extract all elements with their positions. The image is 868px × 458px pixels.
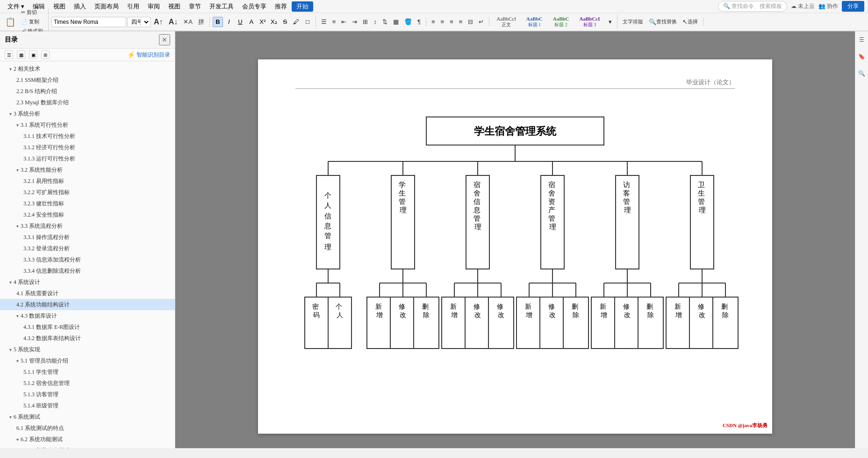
strikethrough-btn[interactable]: S bbox=[280, 17, 290, 27]
menu-start[interactable]: 开始 bbox=[292, 1, 313, 12]
toc-item[interactable]: 4.1 系统需要设计 bbox=[0, 288, 175, 299]
toc-view-4[interactable]: ⊞ bbox=[41, 51, 50, 59]
toc-item[interactable]: 3.1.1 技术可行性分析 bbox=[0, 131, 175, 142]
para-settings[interactable]: ¶ bbox=[415, 17, 423, 26]
menu-vip[interactable]: 会员专享 bbox=[238, 1, 270, 12]
font-size-increase[interactable]: A↑ bbox=[151, 17, 165, 27]
phonetic-guide[interactable]: 拼 bbox=[196, 17, 207, 27]
right-icon-search[interactable]: 🔍 bbox=[857, 69, 867, 78]
align-center[interactable]: ≡ bbox=[438, 17, 447, 26]
toc-item[interactable]: 4.3.1 数据库 E-R图设计 bbox=[0, 321, 175, 333]
font-size-selector[interactable]: 四号 三号 小四 bbox=[127, 17, 151, 27]
toc-item[interactable]: 6.2.1 登录功能测试 bbox=[0, 445, 175, 448]
toc-item[interactable]: ▾5.1 管理员功能介绍 bbox=[0, 355, 175, 366]
fill-color[interactable]: 🪣 bbox=[402, 17, 414, 26]
text-layout-btn[interactable]: 文字排版 bbox=[620, 17, 646, 26]
indent-first[interactable]: ↵ bbox=[476, 17, 486, 26]
toc-item[interactable]: 6.1 系统测试的特点 bbox=[0, 422, 175, 434]
toc-item[interactable]: ▾3.2 系统性能分析 bbox=[0, 164, 175, 175]
toc-item[interactable]: 3.2.1 易用性指标 bbox=[0, 175, 175, 187]
toc-item[interactable]: ▾3 系统分析 bbox=[0, 108, 175, 119]
menu-recommend[interactable]: 推荐 bbox=[271, 1, 291, 12]
right-icon-nav[interactable]: ☰ bbox=[857, 35, 867, 44]
toc-item[interactable]: 5.1.4 班级管理 bbox=[0, 400, 175, 411]
indent-decrease[interactable]: ⇤ bbox=[339, 17, 349, 26]
line-spacing[interactable]: ↕ bbox=[371, 17, 379, 26]
menu-ref[interactable]: 引用 bbox=[123, 1, 143, 12]
toc-item[interactable]: ▾2 相关技术 bbox=[0, 63, 175, 74]
font-size-decrease[interactable]: A↓ bbox=[166, 17, 180, 27]
align-justify[interactable]: ≡ bbox=[457, 17, 465, 26]
menu-view[interactable]: 视图 bbox=[50, 1, 69, 12]
find-replace-btn[interactable]: 🔍 查找替换 bbox=[646, 17, 679, 26]
toc-item[interactable]: ▾3.3 系统流程分析 bbox=[0, 220, 175, 232]
search-box[interactable]: 🔍 查找命令、搜索模板 bbox=[718, 1, 787, 12]
highlight-btn[interactable]: 🖊 bbox=[291, 17, 301, 27]
toc-item[interactable]: 3.3.3 信息添加流程分析 bbox=[0, 254, 175, 265]
toc-item[interactable]: 2.1 SSM框架介绍 bbox=[0, 74, 175, 86]
distribute[interactable]: ⊟ bbox=[466, 17, 475, 26]
font-name-input[interactable] bbox=[51, 17, 126, 27]
toc-view-2[interactable]: ▦ bbox=[17, 51, 25, 59]
select-btn[interactable]: ↖ 选择 bbox=[680, 17, 700, 26]
align-options[interactable]: ⊞ bbox=[360, 17, 370, 26]
share-button[interactable]: 分享 bbox=[842, 1, 864, 12]
align-left[interactable]: ≡ bbox=[429, 17, 438, 26]
toc-item[interactable]: 3.2.2 可扩展性指标 bbox=[0, 187, 175, 198]
toc-close-btn[interactable]: ✕ bbox=[159, 34, 170, 45]
toc-item[interactable]: 3.1.3 运行可行性分析 bbox=[0, 153, 175, 164]
clear-format[interactable]: ✕A bbox=[181, 17, 195, 26]
menu-view2[interactable]: 视图 bbox=[165, 1, 184, 12]
styles-more[interactable]: ▾ bbox=[606, 17, 614, 26]
font-color-btn[interactable]: A bbox=[246, 17, 257, 27]
toc-item[interactable]: ▾4 系统设计 bbox=[0, 276, 175, 288]
menu-insert[interactable]: 插入 bbox=[70, 1, 90, 12]
italic-button[interactable]: I bbox=[224, 17, 234, 27]
menu-dev[interactable]: 开发工具 bbox=[206, 1, 237, 12]
toc-item[interactable]: 3.3.2 登录流程分析 bbox=[0, 243, 175, 254]
toc-item[interactable]: 2.2 B/S 结构介绍 bbox=[0, 86, 175, 97]
sort-btn[interactable]: ⇅ bbox=[380, 17, 390, 26]
toc-item[interactable]: 2.3 Mysql 数据库介绍 bbox=[0, 97, 175, 108]
indent-increase[interactable]: ⇥ bbox=[350, 17, 359, 26]
menu-layout[interactable]: 页面布局 bbox=[91, 1, 122, 12]
style-h1[interactable]: AaBbC 标题 1 bbox=[522, 15, 547, 29]
toc-item-active[interactable]: 4.2 系统功能结构设计 bbox=[0, 299, 175, 310]
align-right[interactable]: ≡ bbox=[447, 17, 456, 26]
underline-button[interactable]: U bbox=[235, 17, 245, 27]
border-shading[interactable]: ▦ bbox=[391, 17, 401, 26]
bold-button[interactable]: B bbox=[213, 17, 223, 27]
collab-btn[interactable]: 👥 协作 bbox=[818, 2, 838, 10]
smart-toc-btn[interactable]: ⚡ 智能识别目录 bbox=[127, 51, 170, 59]
cut-button[interactable]: ✂ 剪切 bbox=[19, 8, 45, 17]
toc-view-3[interactable]: ▣ bbox=[29, 51, 37, 59]
toc-item[interactable]: ▾3.1 系统可行性分析 bbox=[0, 119, 175, 131]
style-normal[interactable]: AaBbCcI 正文 bbox=[492, 15, 520, 29]
toc-item[interactable]: ▾4.3 数据库设计 bbox=[0, 310, 175, 321]
style-h3[interactable]: AaBbCcI 标题 3 bbox=[575, 15, 604, 29]
paste-button[interactable]: 📋 bbox=[3, 16, 18, 28]
list-ordered[interactable]: ≡ bbox=[330, 17, 338, 26]
toc-item[interactable]: 5.1.3 访客管理 bbox=[0, 389, 175, 400]
border-btn[interactable]: □ bbox=[302, 17, 313, 27]
toc-item[interactable]: 3.3.4 信息删除流程分析 bbox=[0, 265, 175, 276]
toc-item[interactable]: 5.1.2 宿舍信息管理 bbox=[0, 378, 175, 389]
copy-button[interactable]: 📄 复制 bbox=[19, 17, 45, 26]
toc-view-1[interactable]: ☰ bbox=[5, 51, 13, 59]
toc-item[interactable]: 3.2.4 安全性指标 bbox=[0, 209, 175, 220]
style-h2[interactable]: AaBbC 标题 2 bbox=[549, 15, 574, 29]
toc-item[interactable]: 3.2.3 健壮性指标 bbox=[0, 198, 175, 209]
toc-item[interactable]: 4.3.2 数据库表结构设计 bbox=[0, 333, 175, 344]
menu-chapter[interactable]: 章节 bbox=[185, 1, 205, 12]
toc-item[interactable]: 3.1.2 经济可行性分析 bbox=[0, 142, 175, 153]
toc-item[interactable]: ▾6 系统测试 bbox=[0, 411, 175, 422]
superscript-btn[interactable]: X² bbox=[258, 17, 268, 27]
right-icon-bookmark[interactable]: 🔖 bbox=[857, 52, 867, 61]
subscript-btn[interactable]: X₂ bbox=[269, 17, 279, 27]
toc-item[interactable]: ▾6.2 系统功能测试 bbox=[0, 434, 175, 445]
toc-item[interactable]: 5.1.1 学生管理 bbox=[0, 366, 175, 378]
toc-item[interactable]: 3.3.1 操作流程分析 bbox=[0, 232, 175, 243]
list-unordered[interactable]: ☰ bbox=[319, 17, 329, 26]
menu-review[interactable]: 审阅 bbox=[144, 1, 164, 12]
toc-item[interactable]: ▾5 系统实现 bbox=[0, 344, 175, 355]
